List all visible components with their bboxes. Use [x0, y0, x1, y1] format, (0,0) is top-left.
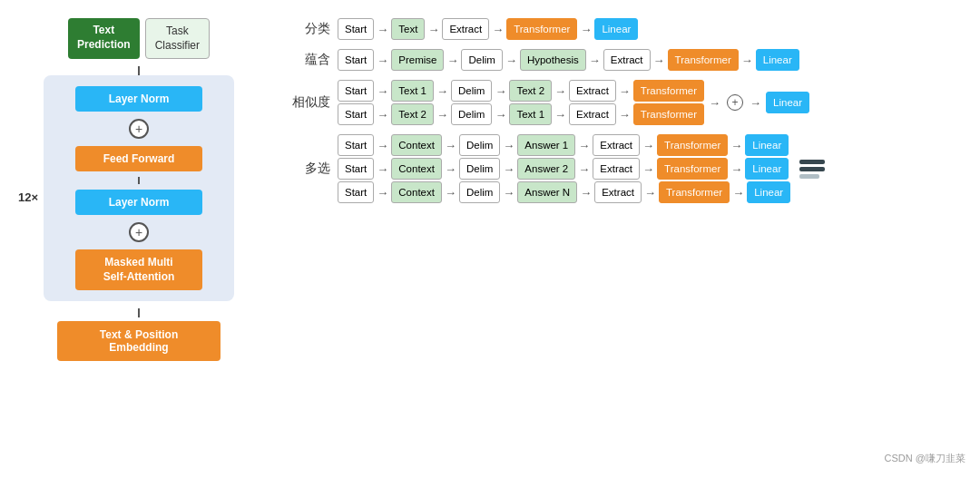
- stacked-bar-2: [799, 167, 825, 171]
- sim1-text1: Text 1: [391, 80, 434, 102]
- entailment-row: 蕴含 Start → Premise → Delim → Hypothesis …: [289, 49, 973, 71]
- arr2: →: [427, 23, 439, 36]
- mc2-start: Start: [338, 158, 374, 180]
- embedding-box: Text & Position Embedding: [57, 321, 220, 361]
- cls-extract: Extract: [442, 18, 489, 40]
- left-panel: Text Prediction Task Classifier Layer No…: [7, 9, 270, 469]
- mc2-delim: Delim: [459, 158, 500, 180]
- sim2-delim: Delim: [451, 103, 492, 125]
- stacked-bar-3: [799, 174, 819, 179]
- mc3-linear: Linear: [747, 181, 790, 203]
- arr6: →: [446, 54, 458, 67]
- ent-transformer: Transformer: [668, 49, 739, 71]
- mc2-context: Context: [391, 158, 442, 180]
- mc1-answer: Answer 1: [517, 134, 575, 156]
- arr10: →: [741, 54, 753, 67]
- sim-rows: Start → Text 1 → Delim → Text 2 → Extrac…: [338, 80, 704, 125]
- classification-row: 分类 Start → Text → Extract → Transformer …: [289, 18, 973, 40]
- stacked-icon: [799, 160, 825, 179]
- mc1-extract: Extract: [593, 134, 640, 156]
- sim2-text1: Text 1: [509, 103, 552, 125]
- mc2-linear: Linear: [745, 158, 789, 180]
- sim1-text2: Text 2: [509, 80, 552, 102]
- mc2-answer: Answer 2: [517, 158, 575, 180]
- arr7: →: [505, 54, 517, 67]
- sim2-text2: Text 2: [391, 103, 434, 125]
- mc1-start: Start: [338, 134, 374, 156]
- sim2-start: Start: [338, 103, 374, 125]
- plus-circle-top: +: [129, 119, 149, 139]
- mc-row1: Start → Context → Delim → Answer 1 → Ext…: [338, 134, 790, 156]
- arrow-top: [138, 66, 140, 75]
- plus-row-top: +: [58, 117, 220, 141]
- arr4: →: [580, 23, 592, 36]
- arr3: →: [492, 23, 504, 36]
- ent-delim: Delim: [461, 49, 502, 71]
- watermark: CSDN @嗛刀韭菜: [885, 452, 965, 465]
- masked-attention-box: Masked MultiSelf-Attention: [75, 249, 202, 290]
- similarity-wrapper: Start → Text 1 → Delim → Text 2 → Extrac…: [338, 80, 809, 125]
- ent-extract: Extract: [603, 49, 651, 71]
- classification-label: 分类: [289, 21, 330, 37]
- arrow-mid: [138, 177, 140, 184]
- mc-row3: Start → Context → Delim → Answer N → Ext…: [338, 181, 790, 203]
- mc-row2: Start → Context → Delim → Answer 2 → Ext…: [338, 158, 790, 180]
- ent-premise: Premise: [391, 49, 444, 71]
- mc2-transformer: Transformer: [657, 158, 728, 180]
- mc3-transformer: Transformer: [659, 181, 730, 203]
- mc3-extract: Extract: [594, 181, 642, 203]
- mc2-extract: Extract: [593, 158, 640, 180]
- sim1-delim: Delim: [451, 80, 492, 102]
- ent-start: Start: [338, 49, 374, 71]
- mc1-context: Context: [391, 134, 442, 156]
- transformer-block: Layer Norm + Feed Forward Layer Norm + M…: [44, 75, 234, 301]
- sim1-extract: Extract: [569, 80, 616, 102]
- right-panel: 分类 Start → Text → Extract → Transformer …: [270, 9, 973, 469]
- arr5: →: [377, 54, 388, 67]
- similarity-row: 相似度 Start → Text 1 → Delim → Text 2 → Ex…: [289, 80, 973, 125]
- cls-linear: Linear: [594, 18, 638, 40]
- similarity-label: 相似度: [289, 94, 330, 111]
- label-12x: 12×: [18, 190, 38, 204]
- entailment-label: 蕴含: [289, 52, 330, 68]
- task-classifier-box: Task Classifier: [145, 18, 210, 59]
- arr8: →: [589, 54, 601, 67]
- mc3-delim: Delim: [459, 181, 500, 203]
- classification-chain: Start → Text → Extract → Transformer → L…: [338, 18, 638, 40]
- arrow-bottom: [138, 308, 140, 317]
- stacked-bar-1: [799, 160, 825, 164]
- mc-wrapper: Start → Context → Delim → Answer 1 → Ext…: [338, 134, 825, 203]
- arr1: →: [377, 23, 388, 36]
- mc1-transformer: Transformer: [657, 134, 728, 156]
- mc3-context: Context: [391, 181, 442, 203]
- arr9: →: [653, 54, 665, 67]
- layer-norm-top: Layer Norm: [75, 86, 202, 112]
- mc1-linear: Linear: [745, 134, 789, 156]
- sim2-extract: Extract: [569, 103, 616, 125]
- cls-text: Text: [391, 18, 425, 40]
- text-prediction-box: Text Prediction: [68, 18, 140, 59]
- sim-linear: Linear: [766, 92, 809, 113]
- mc3-answer: Answer N: [517, 181, 577, 203]
- sim2-transformer: Transformer: [633, 103, 704, 125]
- sim1-transformer: Transformer: [633, 80, 704, 102]
- sim-row2: Start → Text 2 → Delim → Text 1 → Extrac…: [338, 103, 704, 125]
- mc-label: 多选: [289, 161, 330, 177]
- top-boxes: Text Prediction Task Classifier: [68, 18, 210, 59]
- cls-start: Start: [338, 18, 374, 40]
- layer-norm-bottom: Layer Norm: [75, 190, 202, 215]
- multiple-choice-row: 多选 Start → Context → Delim → Answer 1 → …: [289, 134, 973, 203]
- sim1-start: Start: [338, 80, 374, 102]
- plus-row-bottom: +: [58, 220, 220, 244]
- sim-plus: +: [727, 94, 743, 111]
- entailment-chain: Start → Premise → Delim → Hypothesis → E…: [338, 49, 799, 71]
- mc1-delim: Delim: [459, 134, 500, 156]
- feed-forward-box: Feed Forward: [75, 146, 202, 171]
- ent-hypothesis: Hypothesis: [520, 49, 586, 71]
- cls-transformer: Transformer: [506, 18, 577, 40]
- main-container: Text Prediction Task Classifier Layer No…: [0, 0, 980, 478]
- sim-row1: Start → Text 1 → Delim → Text 2 → Extrac…: [338, 80, 704, 102]
- plus-circle-bottom: +: [129, 222, 149, 242]
- mc-rows: Start → Context → Delim → Answer 1 → Ext…: [338, 134, 790, 203]
- mc3-start: Start: [338, 181, 374, 203]
